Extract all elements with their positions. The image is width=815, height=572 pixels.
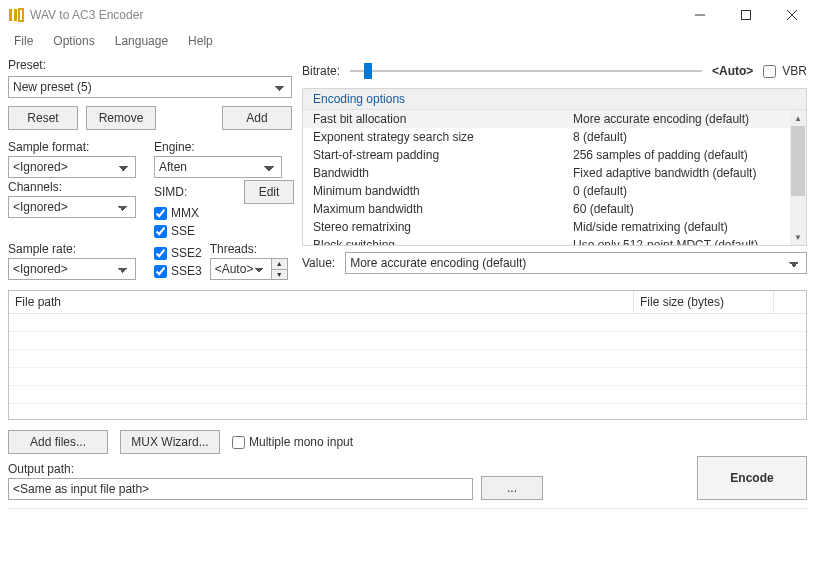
encoding-options-header: Encoding options — [303, 89, 806, 110]
bitrate-label: Bitrate: — [302, 64, 340, 78]
simd-label: SIMD: — [154, 185, 187, 199]
enc-row: Block switchingUse only 512-point MDCT (… — [303, 236, 790, 245]
add-button[interactable]: Add — [222, 106, 292, 130]
sample-rate-select[interactable]: <Ignored> — [8, 258, 136, 280]
output-path-input[interactable] — [8, 478, 473, 500]
svg-rect-0 — [9, 9, 12, 21]
bitrate-value: <Auto> — [712, 64, 753, 78]
file-extra-header[interactable] — [774, 291, 806, 313]
engine-label: Engine: — [154, 140, 294, 154]
sample-format-select[interactable]: <Ignored> — [8, 156, 136, 178]
svg-rect-2 — [19, 9, 23, 21]
preset-select[interactable]: New preset (5) — [8, 76, 292, 98]
preset-label: Preset: — [8, 58, 292, 72]
menu-file[interactable]: File — [6, 32, 41, 50]
encoding-options-list[interactable]: Fast bit allocationMore accurate encodin… — [303, 110, 790, 245]
spin-down-icon[interactable]: ▼ — [272, 270, 287, 280]
menu-options[interactable]: Options — [45, 32, 102, 50]
channels-select[interactable]: <Ignored> — [8, 196, 136, 218]
mmx-checkbox[interactable]: MMX — [154, 204, 294, 222]
mux-wizard-button[interactable]: MUX Wizard... — [120, 430, 220, 454]
enc-row: Start-of-stream padding256 samples of pa… — [303, 146, 790, 164]
sample-format-label: Sample format: — [8, 140, 148, 154]
window-title: WAV to AC3 Encoder — [30, 8, 143, 22]
file-path-header[interactable]: File path — [9, 291, 634, 313]
enc-row: BandwidthFixed adaptive bandwidth (defau… — [303, 164, 790, 182]
file-list[interactable]: File path File size (bytes) — [8, 290, 807, 420]
enc-row: Minimum bandwidth0 (default) — [303, 182, 790, 200]
file-size-header[interactable]: File size (bytes) — [634, 291, 774, 313]
enc-row: Stereo rematrixingMid/side rematrixing (… — [303, 218, 790, 236]
svg-rect-1 — [14, 9, 17, 21]
output-path-label: Output path: — [8, 462, 473, 476]
enc-row: Maximum bandwidth60 (default) — [303, 200, 790, 218]
threads-spinner[interactable]: <Auto> ▲▼ — [210, 258, 288, 280]
value-label: Value: — [302, 256, 335, 270]
enc-scrollbar[interactable]: ▲ ▼ — [790, 110, 806, 245]
status-bar — [8, 508, 807, 530]
scroll-up-icon[interactable]: ▲ — [790, 110, 806, 126]
sse2-checkbox[interactable]: SSE2 — [154, 244, 202, 262]
encode-button[interactable]: Encode — [697, 456, 807, 500]
sse-checkbox[interactable]: SSE — [154, 222, 294, 240]
vbr-checkbox[interactable]: VBR — [763, 64, 807, 78]
enc-row: Fast bit allocationMore accurate encodin… — [303, 110, 790, 128]
remove-button[interactable]: Remove — [86, 106, 156, 130]
scroll-down-icon[interactable]: ▼ — [790, 229, 806, 245]
engine-select[interactable]: Aften — [154, 156, 282, 178]
value-select[interactable]: More accurate encoding (default) — [345, 252, 807, 274]
maximize-button[interactable] — [723, 0, 769, 30]
close-button[interactable] — [769, 0, 815, 30]
enc-row: Exponent strategy search size8 (default) — [303, 128, 790, 146]
add-files-button[interactable]: Add files... — [8, 430, 108, 454]
bitrate-slider[interactable] — [350, 62, 702, 80]
minimize-button[interactable] — [677, 0, 723, 30]
threads-label: Threads: — [210, 242, 288, 256]
app-logo-icon — [8, 7, 24, 23]
spin-up-icon[interactable]: ▲ — [272, 259, 287, 270]
menu-help[interactable]: Help — [180, 32, 221, 50]
reset-button[interactable]: Reset — [8, 106, 78, 130]
menu-language[interactable]: Language — [107, 32, 176, 50]
sse3-checkbox[interactable]: SSE3 — [154, 262, 202, 280]
multiple-mono-checkbox[interactable]: Multiple mono input — [232, 435, 353, 449]
channels-label: Channels: — [8, 180, 148, 194]
simd-edit-button[interactable]: Edit — [244, 180, 294, 204]
browse-button[interactable]: ... — [481, 476, 543, 500]
svg-rect-4 — [742, 11, 751, 20]
sample-rate-label: Sample rate: — [8, 242, 148, 256]
